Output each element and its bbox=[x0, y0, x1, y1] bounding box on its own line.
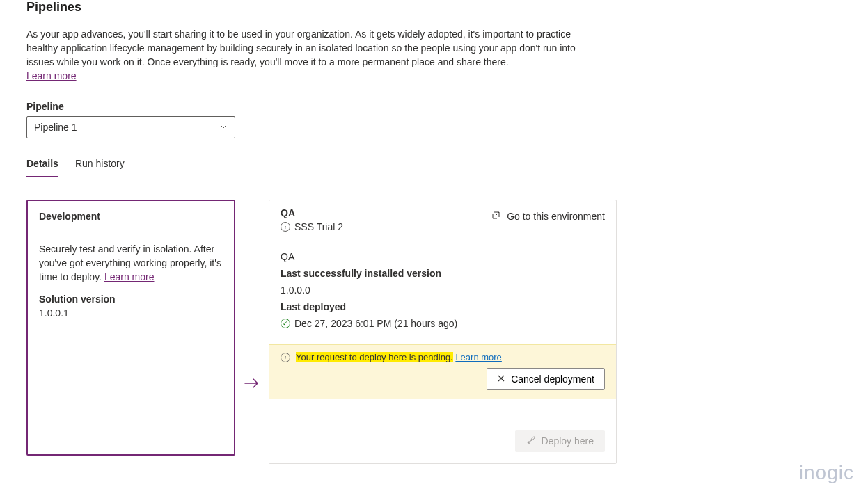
description-text: As your app advances, you'll start shari… bbox=[26, 29, 576, 67]
solution-version-value: 1.0.0.1 bbox=[39, 306, 223, 320]
goto-environment-label: Go to this environment bbox=[507, 211, 605, 222]
learn-more-link[interactable]: Learn more bbox=[26, 70, 77, 81]
alert-text: Your request to deploy here is pending. bbox=[296, 352, 453, 362]
pending-alert: i Your request to deploy here is pending… bbox=[269, 344, 616, 399]
alert-learn-more-link[interactable]: Learn more bbox=[455, 352, 501, 362]
qa-body-title: QA bbox=[281, 251, 605, 262]
close-icon bbox=[497, 374, 505, 385]
pipeline-dropdown-value: Pipeline 1 bbox=[34, 122, 77, 133]
pipeline-field-label: Pipeline bbox=[26, 101, 842, 112]
last-installed-value: 1.0.0.0 bbox=[281, 284, 605, 296]
deploy-here-label: Deploy here bbox=[542, 435, 594, 447]
page-description: As your app advances, you'll start shari… bbox=[26, 27, 576, 83]
watermark-logo: inogic bbox=[799, 462, 854, 484]
last-deployed-value: Dec 27, 2023 6:01 PM (21 hours ago) bbox=[294, 318, 457, 329]
tab-bar: Details Run history bbox=[26, 158, 842, 177]
qa-card-title: QA bbox=[281, 207, 343, 218]
tab-run-history[interactable]: Run history bbox=[75, 158, 125, 177]
qa-card-subtitle: SSS Trial 2 bbox=[294, 221, 343, 232]
pipeline-dropdown[interactable]: Pipeline 1 bbox=[26, 116, 235, 138]
chevron-down-icon bbox=[219, 122, 228, 133]
tab-details[interactable]: Details bbox=[26, 158, 58, 177]
deploy-here-button: Deploy here bbox=[515, 430, 606, 452]
last-deployed-label: Last deployed bbox=[281, 301, 605, 312]
info-icon: i bbox=[281, 353, 290, 362]
cancel-deployment-button[interactable]: Cancel deployment bbox=[487, 368, 605, 390]
check-icon: ✓ bbox=[281, 319, 290, 328]
rocket-icon bbox=[526, 435, 536, 447]
development-learn-more-link[interactable]: Learn more bbox=[104, 271, 155, 282]
page-title: Pipelines bbox=[26, 0, 842, 15]
info-icon: i bbox=[281, 222, 290, 232]
last-installed-label: Last successfully installed version bbox=[281, 268, 605, 279]
cancel-deployment-label: Cancel deployment bbox=[511, 374, 594, 385]
development-card-title: Development bbox=[28, 201, 234, 232]
development-card-desc: Securely test and verify in isolation. A… bbox=[39, 242, 223, 284]
development-card: Development Securely test and verify in … bbox=[26, 200, 235, 456]
qa-card: QA i SSS Trial 2 Go to this environment … bbox=[269, 200, 617, 464]
goto-environment-link[interactable]: Go to this environment bbox=[491, 210, 605, 222]
arrow-icon bbox=[244, 200, 260, 456]
solution-version-label: Solution version bbox=[39, 292, 223, 306]
open-external-icon bbox=[491, 210, 501, 222]
